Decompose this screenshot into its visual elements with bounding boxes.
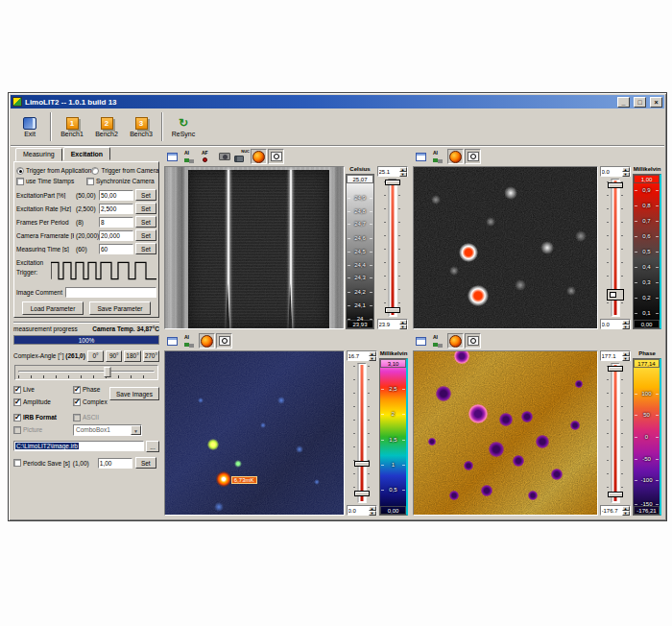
load-parameter-button[interactable]: Load Parameter [22, 301, 84, 315]
thermal-image-live[interactable] [164, 166, 345, 329]
title-bar[interactable]: LimoLIT2 -- 1.0.1 build 13 _ □ × [11, 95, 664, 108]
spinner-arrows[interactable]: ▲▼ [622, 351, 630, 360]
profile-icon[interactable] [465, 149, 481, 164]
bench2-button[interactable]: 2 Bench2 [89, 109, 124, 144]
picture-combobox[interactable]: ComboBox1 ▼ [73, 424, 142, 436]
slider-handle[interactable] [607, 289, 624, 301]
checkbox-synchronize-camera[interactable]: Synchronize Camera [86, 178, 156, 185]
minimize-button[interactable]: _ [617, 97, 630, 108]
image-comment-input[interactable] [65, 287, 156, 298]
new-window-icon[interactable] [413, 149, 429, 164]
radio-trigger-from-application[interactable]: Trigger from Application [16, 167, 91, 175]
param-input[interactable] [99, 204, 133, 214]
palette-icon[interactable] [251, 149, 267, 164]
scale-min: 0,00 [380, 506, 406, 515]
range-max-spinner[interactable]: 0.0 ▲▼ [600, 166, 631, 177]
thermal-image-amplitude[interactable] [413, 166, 598, 329]
spinner-arrows[interactable]: ▲▼ [399, 320, 407, 328]
slider-handle[interactable] [385, 180, 400, 185]
checkbox-periodic-save[interactable]: Periodic Save [s] [13, 459, 70, 467]
tab-measuring[interactable]: Measuring [15, 148, 62, 161]
slider-thumb[interactable] [105, 367, 111, 377]
progress-bar: 100% [13, 335, 159, 345]
checkbox-irb-format[interactable]: IRB Format [13, 414, 73, 421]
range-slider[interactable] [607, 363, 623, 503]
profile-icon[interactable] [465, 333, 481, 349]
spinner-arrows[interactable]: ▲▼ [369, 506, 376, 515]
param-input[interactable] [99, 217, 133, 228]
thermal-image-phase[interactable] [413, 350, 598, 516]
spinner-arrows[interactable]: ▲▼ [399, 167, 407, 176]
checkbox-live[interactable]: Live [13, 386, 73, 394]
ai-icon[interactable]: AI [181, 149, 198, 164]
ai-icon[interactable]: AI [430, 333, 446, 349]
range-max-spinner[interactable]: 177.1 ▲▼ [600, 350, 631, 361]
new-window-icon[interactable] [413, 333, 429, 349]
param-set-button[interactable]: Set [135, 243, 156, 254]
range-min-spinner[interactable]: 0.0 ▲▼ [600, 319, 631, 329]
ai-icon[interactable]: AI [430, 149, 446, 164]
palette-icon[interactable] [447, 333, 464, 349]
image-blob [468, 285, 489, 306]
bench1-button[interactable]: 1 Bench1 [55, 109, 89, 144]
spinner-arrows[interactable]: ▲▼ [622, 320, 630, 328]
profile-icon[interactable] [216, 333, 232, 349]
new-window-icon[interactable] [164, 333, 180, 349]
camera-icon[interactable] [216, 149, 232, 164]
resync-button[interactable]: ↻ ReSync [166, 109, 201, 144]
maximize-button[interactable]: □ [634, 97, 646, 108]
thermal-image-lockin[interactable]: 6,73mK [164, 350, 345, 516]
bench3-button[interactable]: 3 Bench3 [124, 109, 158, 144]
checkbox-amplitude[interactable]: Amplitude [13, 398, 73, 406]
image-blob [528, 491, 538, 500]
complex-angle-slider[interactable] [14, 365, 158, 380]
new-window-icon[interactable] [164, 149, 180, 164]
param-input[interactable] [99, 230, 133, 241]
exit-button[interactable]: Exit [12, 109, 47, 144]
af-icon[interactable]: AF [199, 149, 215, 164]
save-parameter-button[interactable]: Save Parameter [89, 301, 151, 315]
param-set-button[interactable]: Set [135, 203, 156, 214]
range-min-spinner[interactable]: 23.9 ▲▼ [377, 319, 408, 329]
slider-handle[interactable] [385, 307, 400, 313]
angle-270-button[interactable]: 270° [143, 350, 159, 362]
ai-icon[interactable]: AI [181, 333, 198, 349]
range-slider[interactable] [607, 179, 623, 317]
profile-icon[interactable] [268, 149, 284, 164]
chevron-down-icon[interactable]: ▼ [131, 425, 141, 435]
browse-button[interactable]: ... [146, 441, 159, 452]
angle-0-button[interactable]: 0° [87, 350, 104, 362]
tab-excitation[interactable]: Excitation [63, 147, 110, 160]
palette-icon[interactable] [199, 333, 215, 349]
slider-handle[interactable] [608, 366, 623, 372]
slider-handle[interactable] [354, 461, 370, 467]
periodic-save-input[interactable] [98, 458, 132, 469]
angle-180-button[interactable]: 180° [124, 350, 140, 362]
range-min-spinner[interactable]: 0.0 ▲▼ [347, 505, 377, 516]
radio-trigger-from-camera[interactable]: Trigger from Camera [91, 167, 158, 175]
param-set-button[interactable]: Set [135, 189, 156, 201]
range-max-spinner[interactable]: 16.7 ▲▼ [347, 350, 377, 361]
angle-90-button[interactable]: 90° [106, 350, 122, 362]
nuc-icon[interactable]: NUC [233, 149, 250, 164]
slider-handle[interactable] [608, 182, 623, 188]
param-set-button[interactable]: Set [135, 216, 156, 228]
image-path-field[interactable]: C:\LimoLIT2\image.irb [13, 441, 144, 451]
spinner-arrows[interactable]: ▲▼ [369, 351, 376, 360]
range-slider[interactable] [353, 363, 370, 503]
palette-icon[interactable] [447, 149, 464, 164]
range-max-spinner[interactable]: 25.1 ▲▼ [377, 166, 408, 177]
spinner-arrows[interactable]: ▲▼ [622, 506, 630, 515]
range-min-spinner[interactable]: -176.7 ▲▼ [600, 505, 631, 516]
param-set-button[interactable]: Set [135, 229, 156, 241]
param-input[interactable] [99, 190, 133, 201]
close-button[interactable]: × [650, 97, 662, 108]
checkbox-use-time-stamps[interactable]: use Time Stamps [16, 178, 86, 185]
slider-handle[interactable] [608, 492, 623, 497]
range-slider[interactable] [384, 179, 400, 317]
spinner-arrows[interactable]: ▲▼ [622, 167, 630, 176]
param-input[interactable] [99, 244, 133, 254]
save-images-button[interactable]: Save Images [109, 387, 159, 400]
periodic-set-button[interactable]: Set [135, 457, 156, 469]
slider-handle[interactable] [354, 491, 370, 496]
